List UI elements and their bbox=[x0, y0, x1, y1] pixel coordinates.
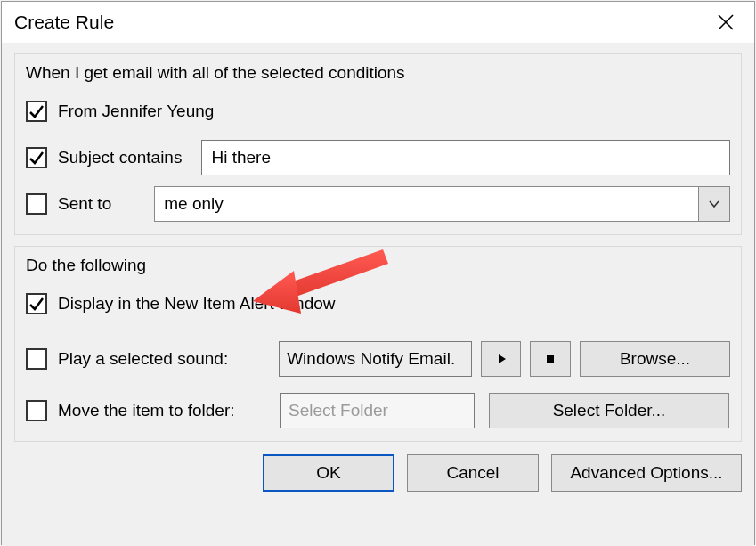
dialog-body: When I get email with all of the selecte… bbox=[2, 43, 754, 546]
dialog-title: Create Rule bbox=[14, 12, 114, 33]
from-checkbox[interactable] bbox=[26, 101, 47, 122]
from-row: From Jennifer Yeung bbox=[26, 94, 730, 129]
button-bar: OK Cancel Advanced Options... bbox=[14, 454, 742, 492]
check-icon bbox=[28, 150, 45, 166]
stop-sound-button[interactable] bbox=[530, 341, 571, 377]
conditions-group: When I get email with all of the selecte… bbox=[14, 53, 742, 235]
sent-to-row: Sent to me only bbox=[26, 186, 730, 222]
check-icon bbox=[28, 296, 45, 312]
check-icon bbox=[28, 103, 45, 119]
display-alert-row: Display in the New Item Alert window bbox=[26, 286, 730, 322]
sound-file-field[interactable]: Windows Notify Email. bbox=[279, 341, 472, 377]
close-icon bbox=[717, 13, 735, 31]
create-rule-dialog: Create Rule When I get email with all of… bbox=[1, 1, 755, 545]
subject-row: Subject contains bbox=[26, 140, 730, 175]
svg-rect-3 bbox=[547, 355, 554, 363]
sent-to-combo[interactable]: me only bbox=[154, 186, 730, 222]
move-folder-row: Move the item to folder: Select Folder S… bbox=[26, 393, 730, 428]
actions-group: Do the following Display in the New Item… bbox=[14, 246, 742, 442]
ok-button[interactable]: OK bbox=[263, 454, 394, 492]
play-icon bbox=[496, 354, 507, 364]
actions-caption: Do the following bbox=[26, 256, 730, 275]
chevron-down-icon bbox=[708, 198, 720, 210]
sent-to-checkbox[interactable] bbox=[26, 193, 47, 215]
conditions-caption: When I get email with all of the selecte… bbox=[26, 63, 730, 83]
stop-icon bbox=[545, 354, 556, 364]
play-sound-checkbox[interactable] bbox=[26, 348, 47, 370]
sent-to-label: Sent to bbox=[58, 194, 111, 214]
sent-to-value: me only bbox=[154, 186, 698, 222]
display-alert-checkbox[interactable] bbox=[26, 293, 47, 314]
sent-to-dropdown-button[interactable] bbox=[698, 186, 730, 222]
subject-input[interactable] bbox=[201, 140, 730, 175]
display-alert-label: Display in the New Item Alert window bbox=[58, 294, 336, 314]
subject-label: Subject contains bbox=[58, 148, 182, 167]
select-folder-button[interactable]: Select Folder... bbox=[489, 393, 729, 428]
move-folder-label: Move the item to folder: bbox=[58, 401, 280, 420]
browse-button[interactable]: Browse... bbox=[580, 341, 730, 377]
svg-marker-2 bbox=[499, 354, 506, 363]
cancel-button[interactable]: Cancel bbox=[407, 454, 539, 492]
folder-field[interactable]: Select Folder bbox=[280, 393, 475, 428]
titlebar: Create Rule bbox=[2, 2, 754, 43]
from-label: From Jennifer Yeung bbox=[58, 102, 214, 121]
advanced-options-button[interactable]: Advanced Options... bbox=[551, 454, 742, 492]
close-button[interactable] bbox=[704, 2, 747, 43]
play-sound-button[interactable] bbox=[481, 341, 522, 377]
subject-checkbox[interactable] bbox=[26, 147, 47, 168]
move-folder-checkbox[interactable] bbox=[26, 400, 47, 421]
play-sound-label: Play a selected sound: bbox=[58, 349, 279, 369]
play-sound-row: Play a selected sound: Windows Notify Em… bbox=[26, 341, 730, 377]
